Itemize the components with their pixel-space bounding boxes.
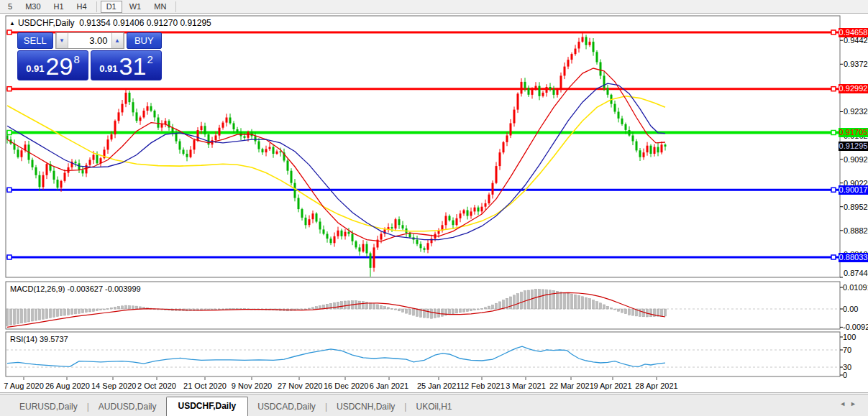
- current-price-tag: 0.91295: [839, 142, 868, 151]
- date-label: 14 Sep 2020: [91, 382, 134, 390]
- chart-symbol: USDCHF,Daily: [18, 18, 75, 28]
- volume-decrease-button[interactable]: ▼: [56, 33, 68, 48]
- bid-price-prefix: 0.91: [26, 63, 44, 74]
- price-level-tag: 0.92992: [839, 84, 868, 93]
- macd-axis-tick: 0.00: [843, 305, 858, 313]
- date-label: 22 Mar 2021: [549, 382, 593, 390]
- date-label: 16 Dec 2020: [324, 382, 367, 390]
- tab-scroll-arrows[interactable]: ◄►: [839, 400, 861, 407]
- tab-usdcad-daily[interactable]: USDCAD,Daily: [248, 398, 325, 416]
- tab-ukoil-h1[interactable]: UKOil,H1: [406, 398, 461, 416]
- date-label: 21 Oct 2020: [183, 382, 227, 390]
- price-axis-tick: 0.90920: [844, 155, 868, 164]
- collapse-triangle-icon[interactable]: ▲: [9, 20, 15, 27]
- tab-usdchf-daily[interactable]: USDCHF,Daily: [166, 397, 249, 416]
- bid-price-panel[interactable]: 0.91 29 8: [17, 50, 88, 80]
- ask-price-pip: 2: [147, 53, 152, 65]
- rsi-panel[interactable]: [6, 332, 840, 376]
- date-label: 26 Aug 2020: [45, 382, 88, 390]
- price-axis-tick: 0.88820: [844, 226, 868, 235]
- rsi-axis-tick: 0: [843, 371, 847, 379]
- macd-indicator-label: MACD(12,26,9) -0.003627 -0.003999: [10, 285, 141, 293]
- price-level-tag: 0.91705: [839, 128, 868, 137]
- ask-price-prefix: 0.91: [99, 63, 117, 74]
- date-label: 6 Jan 2021: [367, 382, 411, 390]
- one-click-trading-panel: SELL ▼ ▲ BUY 0.91 29 8 0.91 31 2: [17, 32, 162, 80]
- price-level-tag: 0.90017: [839, 185, 868, 195]
- price-level-tag: 0.88033: [839, 253, 868, 262]
- buy-button[interactable]: BUY: [127, 32, 163, 49]
- date-label: 9 Nov 2020: [230, 382, 273, 390]
- price-axis-tick: 0.94420: [844, 36, 868, 45]
- macd-axis-tick: -0.00922: [843, 323, 868, 331]
- rsi-axis-tick: 70: [843, 346, 851, 354]
- price-axis-tick: 0.89520: [844, 203, 868, 211]
- tab-eurusd-daily[interactable]: EURUSD,Daily: [10, 398, 87, 416]
- tab-audusd-daily[interactable]: AUDUSD,Daily: [89, 398, 166, 416]
- price-axis-tick: 0.87440: [844, 269, 868, 277]
- symbol-tab-bar: EURUSD,Daily|AUDUSD,DailyUSDCHF,DailyUSD…: [0, 394, 868, 416]
- date-label: 27 Nov 2020: [278, 382, 321, 390]
- date-label: 3 Mar 2021: [504, 382, 547, 390]
- date-label: 28 Apr 2021: [635, 382, 678, 390]
- price-level-tag: 0.94658: [839, 28, 868, 37]
- date-label: 9 Apr 2021: [591, 382, 634, 390]
- sell-button[interactable]: SELL: [17, 32, 53, 49]
- date-label: 2 Oct 2020: [135, 382, 178, 390]
- tab-scroll-right-icon: ►: [850, 400, 861, 407]
- date-label: 7 Aug 2020: [2, 382, 45, 390]
- price-axis-tick: 0.93720: [844, 60, 868, 68]
- bid-price-pip: 8: [73, 53, 79, 65]
- tab-usdcnh-daily[interactable]: USDCNH,Daily: [327, 398, 404, 416]
- date-label: 25 Jan 2021: [417, 382, 460, 390]
- ask-price-big: 31: [119, 54, 147, 78]
- volume-input[interactable]: [68, 33, 111, 48]
- rsi-axis-tick: 100: [843, 333, 856, 341]
- chart-title: ▲USDCHF,Daily 0.91354 0.91406 0.91270 0.…: [9, 18, 211, 28]
- bid-price-big: 29: [46, 54, 73, 78]
- tab-scroll-left-icon: ◄: [839, 400, 850, 407]
- trading-terminal: 5 M30 H1 H4 D1 W1 MN ▲USDCHF,Daily 0.913…: [0, 0, 868, 416]
- date-label: 12 Feb 2021: [460, 382, 503, 390]
- rsi-indicator-label: RSI(14) 39.5737: [10, 335, 68, 343]
- macd-axis-tick: 0.010913: [843, 283, 868, 292]
- volume-increase-button[interactable]: ▲: [111, 33, 124, 48]
- volume-stepper: ▼ ▲: [55, 32, 124, 49]
- price-axis-tick: 0.92320: [844, 107, 868, 116]
- chart-ohlc: 0.91354 0.91406 0.91270 0.91295: [79, 18, 211, 28]
- ask-price-panel[interactable]: 0.91 31 2: [91, 50, 162, 80]
